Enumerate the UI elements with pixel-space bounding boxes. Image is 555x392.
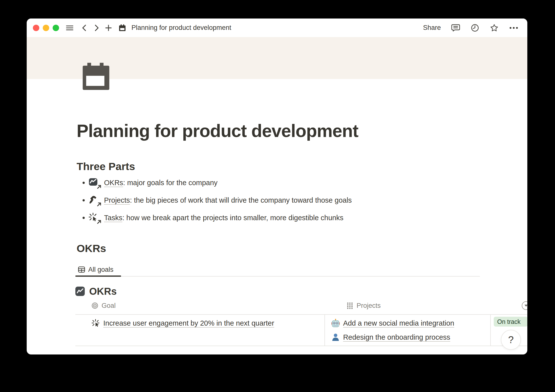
page-calendar-icon xyxy=(118,24,126,32)
okrs-page-link[interactable]: OKRs xyxy=(104,179,123,187)
window-controls xyxy=(33,25,59,31)
list-item-rest: : the big pieces of work that will drive… xyxy=(130,196,352,204)
column-header-goal-label: Goal xyxy=(102,302,116,310)
zoom-window-button[interactable] xyxy=(53,25,59,31)
robot-emoji-icon xyxy=(331,319,340,328)
bullseye-target-icon xyxy=(91,302,98,309)
new-tab-plus-icon[interactable] xyxy=(105,24,112,32)
bullet-dot xyxy=(83,199,85,201)
list-item-projects: Projects: the big pieces of work that wi… xyxy=(77,195,527,206)
table-row: Increase user engagement by 20% in the n… xyxy=(75,315,527,346)
tasks-page-link[interactable]: Tasks xyxy=(104,214,122,222)
tab-all-goals-label: All goals xyxy=(88,266,113,274)
close-window-button[interactable] xyxy=(33,25,39,31)
more-options-icon[interactable] xyxy=(509,26,518,29)
projects-cell: Add a new social media integration Redes… xyxy=(324,315,490,346)
list-item-rest: : major goals for the company xyxy=(123,179,217,187)
favorite-star-icon[interactable] xyxy=(490,23,499,32)
list-item-tasks: Tasks: how we break apart the projects i… xyxy=(77,212,527,223)
okrs-heading: OKRs xyxy=(77,242,527,255)
click-burst-icon xyxy=(89,212,101,223)
person-silhouette-icon xyxy=(331,333,340,342)
list-item-okrs: OKRs: major goals for the company xyxy=(77,177,527,188)
list-item-text: OKRs: major goals for the company xyxy=(104,177,217,188)
page-title: Planning for product development xyxy=(77,120,527,141)
forward-icon[interactable] xyxy=(93,24,100,32)
titlebar-actions: Share xyxy=(423,23,518,32)
column-header-goal[interactable]: Goal xyxy=(75,302,340,310)
list-item-rest: : how we break apart the projects into s… xyxy=(122,214,343,222)
database-title[interactable]: OKRs xyxy=(89,286,117,297)
bullet-dot xyxy=(83,217,85,219)
list-item-text: Projects: the big pieces of work that wi… xyxy=(104,195,352,206)
okrs-database-chart-icon xyxy=(75,287,85,296)
table-view-icon xyxy=(78,266,85,273)
help-button[interactable]: ? xyxy=(501,330,521,350)
okrs-table: Goal Projects xyxy=(75,297,527,346)
mention-arrow-icon xyxy=(97,219,102,224)
status-badge[interactable]: On track xyxy=(494,317,527,327)
project-link[interactable]: Redesign the onboarding process xyxy=(343,332,450,343)
page-body: Planning for product development Three P… xyxy=(27,120,527,346)
tab-all-goals[interactable]: All goals xyxy=(75,263,119,276)
database-view-tabs: All goals xyxy=(75,263,480,277)
share-button[interactable]: Share xyxy=(423,24,441,32)
titlebar: Planning for product development Share xyxy=(27,19,527,37)
projects-page-link[interactable]: Projects xyxy=(104,196,130,204)
history-clock-icon[interactable] xyxy=(470,23,479,32)
active-tab-underline xyxy=(75,275,121,277)
list-item-text: Tasks: how we break apart the projects i… xyxy=(104,212,343,223)
goal-cell: Increase user engagement by 20% in the n… xyxy=(75,315,324,346)
mention-arrow-icon xyxy=(97,184,102,189)
three-parts-heading: Three Parts xyxy=(77,160,527,173)
mention-arrow-icon xyxy=(97,202,102,207)
grid-dots-icon xyxy=(346,302,353,309)
okrs-chart-box-icon xyxy=(89,177,101,188)
click-burst-icon xyxy=(91,319,100,328)
minimize-window-button[interactable] xyxy=(43,25,49,31)
table-header-row: Goal Projects xyxy=(75,297,527,315)
column-header-projects[interactable]: Projects xyxy=(340,302,517,310)
column-header-projects-label: Projects xyxy=(357,302,381,310)
goal-link[interactable]: Increase user engagement by 20% in the n… xyxy=(103,318,274,329)
project-link[interactable]: Add a new social media integration xyxy=(343,318,454,329)
database-title-row: OKRs xyxy=(75,286,527,297)
bullet-dot xyxy=(83,182,85,184)
three-parts-list: OKRs: major goals for the company xyxy=(77,177,527,223)
hidden-columns-toggle-icon[interactable] xyxy=(521,301,527,310)
back-icon[interactable] xyxy=(81,24,88,32)
hammer-icon xyxy=(89,195,101,206)
screen: Planning for product development Share xyxy=(0,0,555,392)
notion-window: Planning for product development Share xyxy=(27,19,527,354)
sidebar-menu-icon[interactable] xyxy=(65,24,74,32)
titlebar-page-title: Planning for product development xyxy=(131,24,231,32)
comments-icon[interactable] xyxy=(451,23,460,32)
page-icon-calendar[interactable] xyxy=(82,62,110,91)
